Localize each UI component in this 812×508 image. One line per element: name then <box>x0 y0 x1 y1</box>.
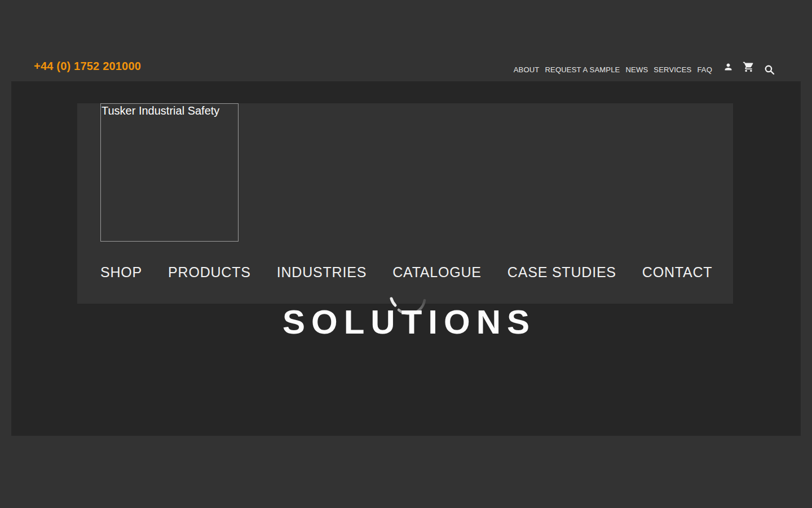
logo-broken-image[interactable]: Tusker Industrial Safety <box>100 103 239 242</box>
nav-link-case-studies[interactable]: CASE STUDIES <box>508 264 616 281</box>
nav-link-shop[interactable]: SHOP <box>100 264 142 281</box>
cart-icon[interactable] <box>743 61 754 73</box>
search-icon[interactable] <box>764 64 775 75</box>
utility-link-faq[interactable]: FAQ <box>697 65 712 74</box>
nav-link-catalogue[interactable]: CATALOGUE <box>392 264 482 281</box>
user-icon[interactable] <box>723 62 733 72</box>
nav-link-industries[interactable]: INDUSTRIES <box>277 264 367 281</box>
main-nav: SHOP PRODUCTS INDUSTRIES CATALOGUE CASE … <box>100 264 712 281</box>
nav-link-products[interactable]: PRODUCTS <box>168 264 251 281</box>
utility-nav: ABOUT REQUEST A SAMPLE NEWS SERVICES FAQ <box>514 62 775 77</box>
utility-icon-group <box>723 59 775 75</box>
utility-link-services[interactable]: SERVICES <box>654 65 691 74</box>
utility-link-news[interactable]: NEWS <box>625 65 648 74</box>
nav-link-contact[interactable]: CONTACT <box>642 264 713 281</box>
page-container: Tusker Industrial Safety SHOP PRODUCTS I… <box>11 81 801 436</box>
header-panel: Tusker Industrial Safety SHOP PRODUCTS I… <box>77 103 733 304</box>
logo-alt-text: Tusker Industrial Safety <box>102 104 219 117</box>
utility-link-about[interactable]: ABOUT <box>514 65 540 74</box>
utility-link-request-a-sample[interactable]: REQUEST A SAMPLE <box>545 65 620 74</box>
phone-number[interactable]: +44 (0) 1752 201000 <box>34 60 141 73</box>
page-title: SOLUTIONS <box>11 303 801 341</box>
